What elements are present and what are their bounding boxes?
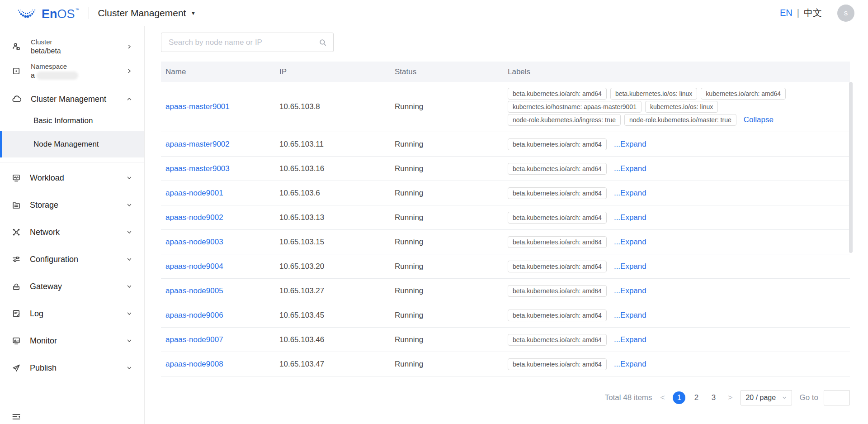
- monitor-icon: [12, 336, 21, 345]
- node-status: Running: [390, 360, 503, 369]
- label-chip: beta.kubernetes.io/arch: amd64: [508, 334, 607, 346]
- node-status: Running: [390, 238, 503, 247]
- node-name-link[interactable]: apaas-node9007: [165, 335, 223, 344]
- storage-icon: [12, 200, 21, 210]
- chevron-down-icon: [126, 310, 132, 317]
- next-page-button[interactable]: >: [727, 393, 733, 402]
- label-chip: kubernetes.io/os: linux: [645, 101, 718, 113]
- enos-logo-swirl-icon: [15, 6, 38, 20]
- column-header-labels: Labels: [503, 67, 850, 76]
- user-avatar[interactable]: s: [837, 5, 854, 22]
- vertical-scrollbar[interactable]: [849, 82, 853, 253]
- enos-logo: EnOS™: [15, 6, 80, 20]
- goto-page-input[interactable]: [824, 390, 850, 405]
- redacted-value: [37, 71, 78, 80]
- node-name-link[interactable]: apaas-node9003: [165, 238, 223, 246]
- expand-labels-link[interactable]: ...Expand: [614, 360, 646, 369]
- lang-zh-button[interactable]: 中文: [804, 7, 822, 19]
- expand-labels-link[interactable]: ...Expand: [614, 238, 646, 247]
- language-switcher: EN | 中文: [780, 7, 822, 19]
- table-row: apaas-node9006 10.65.103.45 Running beta…: [161, 303, 850, 328]
- node-name-link[interactable]: apaas-node9008: [165, 360, 223, 368]
- context-label: Cluster: [31, 38, 61, 46]
- page-button-3[interactable]: 3: [707, 391, 720, 404]
- sidebar-item-network[interactable]: Network: [0, 219, 144, 246]
- chevron-down-icon: [126, 338, 132, 344]
- menu-item-label: Configuration: [30, 255, 78, 264]
- node-name-link[interactable]: apaas-master9001: [165, 102, 230, 111]
- cloud-icon: [12, 94, 22, 104]
- sidebar-item-namespace[interactable]: Namespace a: [0, 59, 144, 83]
- label-chip: beta.kubernetes.io/os: linux: [610, 88, 697, 100]
- page-size-value: 20 / page: [745, 394, 776, 402]
- menu-item-label: Storage: [30, 200, 58, 210]
- node-name-link[interactable]: apaas-master9003: [165, 164, 230, 173]
- label-chip: node-role.kubernetes.io/master: true: [624, 114, 736, 126]
- menu-item-label: Network: [30, 228, 60, 237]
- prev-page-button[interactable]: <: [660, 393, 666, 402]
- namespace-icon: [12, 67, 21, 76]
- sidebar-item-cluster-management[interactable]: Cluster Management: [0, 88, 144, 110]
- chevron-down-icon: [126, 202, 132, 208]
- context-value: a: [31, 71, 78, 80]
- sidebar-item-log[interactable]: Log: [0, 300, 144, 327]
- chevron-right-icon: [126, 43, 132, 50]
- chevron-down-icon: [126, 256, 132, 262]
- sidebar-item-workload[interactable]: Workload: [0, 164, 144, 191]
- node-name-link[interactable]: apaas-node9002: [165, 213, 223, 222]
- node-ip: 10.65.103.6: [275, 189, 390, 198]
- node-name-link[interactable]: apaas-node9006: [165, 311, 223, 319]
- expand-labels-link[interactable]: ...Expand: [614, 286, 646, 295]
- page-button-1[interactable]: 1: [673, 391, 685, 404]
- page-size-select[interactable]: 20 / page: [741, 390, 792, 405]
- expand-labels-link[interactable]: ...Expand: [614, 189, 646, 198]
- sidebar-item-monitor[interactable]: Monitor: [0, 327, 144, 354]
- sidebar-item-basic-information[interactable]: Basic Information: [0, 110, 144, 131]
- context-value: beta/beta: [31, 47, 61, 55]
- node-name-link[interactable]: apaas-node9001: [165, 189, 223, 197]
- node-status: Running: [390, 286, 503, 295]
- node-labels: beta.kubernetes.io/arch: amd64...Expand: [503, 353, 850, 376]
- configuration-icon: [12, 255, 21, 264]
- sidebar-item-gateway[interactable]: Gateway: [0, 273, 144, 300]
- gateway-icon: [12, 282, 21, 291]
- sidebar-item-node-management[interactable]: Node Management: [0, 131, 144, 157]
- menu-item-label: Gateway: [30, 282, 62, 291]
- app-title-dropdown[interactable]: Cluster Management ▼: [98, 8, 196, 19]
- expand-labels-link[interactable]: ...Expand: [614, 164, 646, 173]
- chevron-down-icon: [126, 283, 132, 290]
- search-icon[interactable]: [319, 38, 327, 47]
- label-chip: kubernetes.io/hostname: apaas-master9001: [508, 101, 642, 113]
- app-title-label: Cluster Management: [98, 8, 186, 19]
- label-chip: beta.kubernetes.io/arch: amd64: [508, 285, 607, 297]
- table-row: apaas-node9001 10.65.103.6 Running beta.…: [161, 181, 850, 205]
- collapse-sidebar-button[interactable]: [11, 411, 24, 422]
- expand-labels-link[interactable]: ...Expand: [614, 213, 646, 222]
- label-chip: node-role.kubernetes.io/ingress: true: [508, 114, 621, 126]
- sidebar-item-cluster[interactable]: Cluster beta/beta: [0, 34, 144, 59]
- search-input[interactable]: [168, 38, 319, 48]
- node-name-link[interactable]: apaas-node9005: [165, 286, 223, 295]
- expand-labels-link[interactable]: ...Expand: [614, 311, 646, 320]
- node-name-link[interactable]: apaas-master9002: [165, 140, 230, 148]
- chevron-down-icon: [126, 365, 132, 371]
- expand-labels-link[interactable]: ...Expand: [614, 335, 646, 344]
- lang-en-button[interactable]: EN: [780, 8, 793, 18]
- sidebar-item-storage[interactable]: Storage: [0, 191, 144, 219]
- node-name-link[interactable]: apaas-node9004: [165, 262, 223, 271]
- label-chip: beta.kubernetes.io/arch: amd64: [508, 261, 607, 272]
- sidebar-item-publish[interactable]: Publish: [0, 354, 144, 381]
- header-divider: [89, 7, 89, 19]
- menu-item-label: Publish: [30, 363, 57, 373]
- expand-labels-link[interactable]: ...Expand: [614, 140, 646, 149]
- node-ip: 10.65.103.27: [275, 286, 390, 295]
- page-button-2[interactable]: 2: [690, 391, 703, 404]
- sidebar-item-configuration[interactable]: Configuration: [0, 246, 144, 273]
- node-ip: 10.65.103.16: [275, 164, 390, 173]
- nodes-table: Name IP Status Labels apaas-master9001 1…: [161, 62, 850, 376]
- total-items-label: Total 48 items: [605, 393, 652, 402]
- node-status: Running: [390, 311, 503, 320]
- collapse-labels-link[interactable]: Collapse: [744, 115, 774, 124]
- expand-labels-link[interactable]: ...Expand: [614, 262, 646, 271]
- column-header-name: Name: [161, 67, 275, 76]
